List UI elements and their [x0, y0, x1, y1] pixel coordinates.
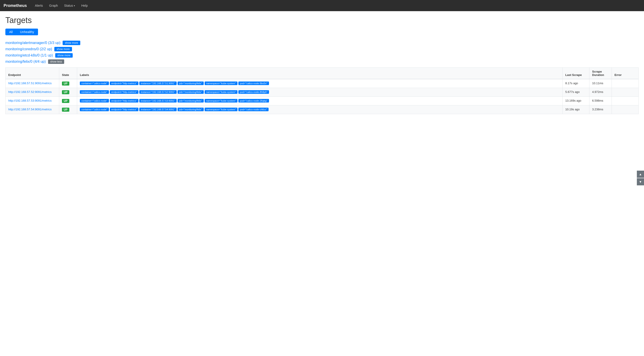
table-cell-state: UP — [59, 97, 77, 105]
table-cell-labels: container="calico-node"endpoint="http-me… — [77, 97, 562, 105]
table-row: http://192.168.57.51:9091/metricsUPconta… — [6, 79, 639, 88]
page-title: Targets — [5, 16, 639, 25]
table-cell-endpoint: http://192.168.57.52:9091/metrics — [6, 88, 59, 97]
nav-graph[interactable]: Graph — [46, 2, 60, 9]
table-cell-lastscrape: 10.19s ago — [562, 105, 590, 114]
target-group-coredns-link[interactable]: monitoring/coredns/0 (2/2 up) — [5, 47, 52, 51]
table-cell-state: UP — [59, 88, 77, 97]
target-group-alertmanager-link[interactable]: monitoring/alertmanager/0 (3/3 up) — [5, 41, 60, 45]
target-groups: monitoring/alertmanager/0 (3/3 up) show … — [5, 41, 639, 64]
table-cell-labels: container="calico-node"endpoint="http-me… — [77, 105, 562, 114]
targets-table: Endpoint State Labels Last Scrape Scrape… — [5, 67, 639, 114]
table-cell-lastscrape: 8.17s ago — [562, 79, 590, 88]
label-badge: container="calico-node" — [80, 90, 109, 94]
label-badge: job="monitoring/felix" — [178, 82, 204, 85]
label-badge: endpoint="http-metrics" — [110, 90, 138, 94]
nav-help[interactable]: Help — [78, 2, 90, 9]
label-badge: endpoint="http-metrics" — [110, 99, 138, 103]
brand-link[interactable]: Prometheus — [4, 3, 27, 8]
table-row: http://192.168.57.52:9091/metricsUPconta… — [6, 88, 639, 97]
state-badge: UP — [62, 82, 69, 86]
nav-alerts[interactable]: Alerts — [32, 2, 46, 9]
col-header-labels: Labels — [77, 68, 562, 79]
table-cell-lastscrape: 13.169s ago — [562, 97, 590, 105]
table-cell-endpoint: http://192.168.57.51:9091/metrics — [6, 79, 59, 88]
target-group-etcd: monitoring/etcd-k8s/0 (1/1 up) show more — [5, 53, 639, 58]
target-group-felix-link[interactable]: monitoring/felix/0 (4/4 up) — [5, 60, 46, 64]
table-cell-error — [612, 79, 639, 88]
state-badge: UP — [62, 90, 69, 94]
target-group-felix-show-btn[interactable]: show less — [48, 59, 64, 64]
col-header-state: State — [59, 68, 77, 79]
filter-unhealthy-button[interactable]: Unhealthy — [16, 29, 38, 35]
table-cell-labels: container="calico-node"endpoint="http-me… — [77, 79, 562, 88]
table-cell-error — [612, 88, 639, 97]
col-header-duration: ScrapeDuration — [590, 68, 612, 79]
state-badge: UP — [62, 108, 69, 112]
table-row: http://192.168.57.53:9091/metricsUPconta… — [6, 97, 639, 105]
label-badge: pod="calico-node-ch6cc" — [238, 108, 268, 111]
table-cell-state: UP — [59, 105, 77, 114]
page-content: Targets All Unhealthy monitoring/alertma… — [0, 11, 644, 119]
label-badge: namespace="kube-system" — [204, 90, 238, 94]
navbar: Prometheus Alerts Graph Status Help — [0, 0, 644, 11]
target-group-etcd-show-btn[interactable]: show more — [55, 53, 73, 58]
label-badge: job="monitoring/felix" — [178, 108, 204, 111]
label-badge: pod="calico-node-8h8ph" — [238, 90, 269, 94]
label-badge: job="monitoring/felix" — [178, 99, 204, 103]
target-group-alertmanager: monitoring/alertmanager/0 (3/3 up) show … — [5, 41, 639, 45]
target-group-coredns-show-btn[interactable]: show more — [54, 47, 72, 51]
table-body: http://192.168.57.51:9091/metricsUPconta… — [6, 79, 639, 114]
label-badge: instance="192.168.57.54:9091" — [139, 108, 177, 111]
label-badge: namespace="kube-system" — [204, 82, 238, 85]
target-group-etcd-link[interactable]: monitoring/etcd-k8s/0 (1/1 up) — [5, 53, 53, 57]
label-badge: instance="192.168.57.51:9091" — [139, 82, 177, 85]
table-cell-error — [612, 105, 639, 114]
label-badge: namespace="kube-system" — [204, 108, 238, 111]
col-header-lastscrape: Last Scrape — [562, 68, 590, 79]
table-cell-duration: 6.598ms — [590, 97, 612, 105]
endpoint-link[interactable]: http://192.168.57.51:9091/metrics — [8, 82, 52, 85]
target-group-alertmanager-show-btn[interactable]: show more — [62, 41, 80, 45]
label-badge: pod="calico-node-26qkg" — [238, 99, 269, 103]
endpoint-link[interactable]: http://192.168.57.53:9091/metrics — [8, 99, 52, 102]
label-badge: container="calico-node" — [80, 99, 109, 103]
label-badge: job="monitoring/felix" — [178, 90, 204, 94]
state-badge: UP — [62, 99, 69, 103]
label-badge: instance="192.168.57.52:9091" — [139, 90, 177, 94]
table-cell-duration: 3.238ms — [590, 105, 612, 114]
filter-group: All Unhealthy — [5, 29, 639, 35]
table-cell-endpoint: http://192.168.57.53:9091/metrics — [6, 97, 59, 105]
table-header: Endpoint State Labels Last Scrape Scrape… — [6, 68, 639, 79]
table-cell-duration: 10.11ms — [590, 79, 612, 88]
label-badge: endpoint="http-metrics" — [110, 82, 138, 85]
label-badge: instance="192.168.57.53:9091" — [139, 99, 177, 103]
nav-links: Alerts Graph Status Help — [32, 2, 90, 9]
table-cell-state: UP — [59, 79, 77, 88]
nav-status[interactable]: Status — [62, 2, 78, 9]
col-header-error: Error — [612, 68, 639, 79]
target-group-coredns: monitoring/coredns/0 (2/2 up) show more — [5, 47, 639, 51]
table-row: http://192.168.57.54:9091/metricsUPconta… — [6, 105, 639, 114]
label-badge: endpoint="http-metrics" — [110, 108, 138, 111]
endpoint-link[interactable]: http://192.168.57.52:9091/metrics — [8, 90, 52, 94]
label-badge: container="calico-node" — [80, 108, 109, 111]
table-cell-endpoint: http://192.168.57.54:9091/metrics — [6, 105, 59, 114]
nav-status-dropdown[interactable]: Status — [62, 2, 78, 9]
target-group-felix: monitoring/felix/0 (4/4 up) show less — [5, 59, 639, 64]
table-cell-duration: 4.972ms — [590, 88, 612, 97]
col-header-endpoint: Endpoint — [6, 68, 59, 79]
table-cell-labels: container="calico-node"endpoint="http-me… — [77, 88, 562, 97]
label-badge: pod="calico-node-9bs5n" — [238, 82, 269, 85]
filter-all-button[interactable]: All — [5, 29, 16, 35]
label-badge: container="calico-node" — [80, 82, 109, 85]
label-badge: namespace="kube-system" — [204, 99, 238, 103]
endpoint-link[interactable]: http://192.168.57.54:9091/metrics — [8, 108, 52, 111]
table-cell-error — [612, 97, 639, 105]
table-cell-lastscrape: 5.677s ago — [562, 88, 590, 97]
